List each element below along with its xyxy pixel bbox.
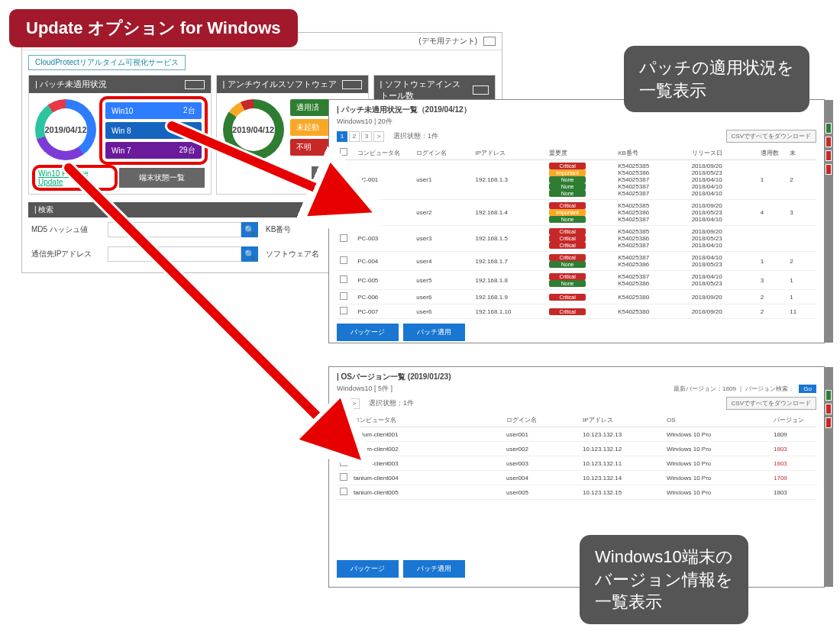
table-row[interactable]: PC-006user6192.168.1.9 CriticalK54025380…: [337, 290, 816, 304]
table-row[interactable]: PC-005user5192.168.1.8 CriticalNoneK5402…: [337, 271, 816, 290]
col-ver: バージョン: [771, 413, 816, 427]
col-a: 適用数: [758, 146, 787, 160]
version-list-window: | OSバージョン一覧 (2019/01/23) Windows10 [ 5件 …: [328, 366, 825, 588]
card-toggle-icon[interactable]: [185, 80, 205, 89]
stat-win7: Win 729台: [105, 142, 202, 159]
version-list-title: | OSバージョン一覧 (2019/01/23): [337, 372, 816, 382]
patch-table: コンピュータ名 ログイン名 IPアドレス 重要度 KB番号 リリース日 適用数 …: [337, 146, 816, 319]
table-row[interactable]: tanium-client003user00310.123.132.11Wind…: [337, 456, 816, 471]
patch-list-window: | パッチ未適用状況一覧（2019/04/12） Windows10 | 20件…: [328, 99, 825, 343]
selection-count: 選択状態：1件: [369, 398, 414, 408]
row-checkbox[interactable]: [340, 208, 347, 216]
card-toggle-icon[interactable]: [473, 85, 489, 95]
col-sev: 重要度: [546, 146, 615, 160]
label-ip: 通信先IPアドレス: [31, 249, 100, 259]
callout-version-list: Windows10端末の バージョン情報を 一覧表示: [580, 535, 748, 624]
row-checkbox[interactable]: [340, 292, 347, 300]
row-checkbox[interactable]: [340, 444, 347, 452]
av-donut-chart: 2019/04/12: [223, 99, 284, 160]
select-all-checkbox[interactable]: [340, 148, 347, 156]
card-toggle-icon[interactable]: [342, 80, 362, 89]
stat-win8: Win 830台: [105, 122, 202, 139]
btn-apply-patch[interactable]: パッチ適用: [403, 560, 465, 578]
row-checkbox[interactable]: [340, 275, 347, 283]
input-md5[interactable]: [108, 222, 241, 237]
row-checkbox[interactable]: [340, 459, 347, 466]
col-user: ログイン名: [503, 413, 580, 427]
btn-csv-download[interactable]: CSVですべてをダウンロード: [726, 397, 816, 410]
pager[interactable]: 1>: [337, 398, 360, 409]
stat-win10: Win102台: [105, 102, 202, 119]
col-rel: リリース日: [689, 146, 758, 160]
row-checkbox[interactable]: [340, 176, 347, 183]
version-table: コンピュータ名 ログイン名 IPアドレス OS バージョン tanium-cli…: [337, 413, 816, 500]
label-sw: ソフトウェア名: [266, 249, 334, 259]
card-title: | ソフトウェアインストール数: [380, 79, 469, 101]
tenant-label: (デモ用テナント): [418, 36, 477, 47]
menu-icon[interactable]: [483, 37, 496, 46]
col-pc: コンピュータ名: [354, 146, 413, 160]
col-user: ログイン名: [413, 146, 472, 160]
select-all-checkbox[interactable]: [340, 415, 347, 423]
card-title: | パッチ未適用状況: [35, 79, 107, 90]
col-ip: IPアドレス: [580, 413, 664, 427]
search-icon[interactable]: 🔍: [241, 246, 258, 262]
col-ip: IPアドレス: [473, 146, 547, 160]
os-filter: Windows10 [ 5件 ]: [337, 384, 393, 394]
row-checkbox[interactable]: [340, 256, 347, 264]
btn-device-status-list[interactable]: 端末状態一覧: [119, 168, 205, 188]
selection-count: 選択状態：1件: [393, 131, 438, 141]
version-search-go[interactable]: Go: [799, 385, 816, 393]
table-row[interactable]: PC-001user1192.168.1.3 CriticalImportant…: [337, 160, 816, 200]
row-checkbox[interactable]: [340, 488, 347, 495]
table-row[interactable]: PC-004user4192.168.1.7 CriticalNoneK5402…: [337, 252, 816, 271]
label-kb: KB番号: [266, 224, 334, 235]
col-b: 未: [787, 146, 816, 160]
search-icon[interactable]: 🔍: [241, 222, 258, 237]
table-row[interactable]: tanium-client002user00210.123.132.12Wind…: [337, 442, 816, 456]
pager[interactable]: 123>: [337, 131, 384, 142]
btn-package[interactable]: パッケージ: [337, 560, 399, 578]
table-row[interactable]: tanium-client005user00510.123.132.15Wind…: [337, 485, 816, 500]
patch-donut-chart: 2019/04/12: [35, 99, 96, 160]
table-row[interactable]: PC-007user6192.168.1.10 CriticalK5402538…: [337, 304, 816, 319]
card-title: | アンチウイルスソフトウェア: [223, 79, 337, 90]
table-row[interactable]: tanium-client001user00110.123.132.13Wind…: [337, 427, 816, 442]
card-patch-status: | パッチ未適用状況 2019/04/12 Win102台 Win 830台 W…: [28, 75, 212, 195]
row-checkbox[interactable]: [340, 473, 347, 481]
btn-package[interactable]: パッケージ: [337, 324, 399, 341]
input-ip[interactable]: [108, 246, 241, 262]
col-pc: コンピュータ名: [351, 413, 503, 427]
feature-ribbon: Update オプション for Windows: [9, 9, 298, 47]
btn-apply-patch[interactable]: パッチ適用: [403, 324, 465, 341]
table-row[interactable]: tanium-client004user00410.123.132.14Wind…: [337, 471, 816, 485]
row-checkbox[interactable]: [340, 307, 347, 314]
patch-os-breakdown: Win102台 Win 830台 Win 729台: [102, 99, 205, 162]
col-os: OS: [664, 413, 771, 427]
btn-csv-download[interactable]: CSVですべてをダウンロード: [726, 130, 816, 143]
service-tag: CloudProtectリアルタイム可視化サービス: [28, 55, 186, 70]
table-row[interactable]: PC-003user3192.168.1.5 CriticalCriticalC…: [337, 226, 816, 252]
os-filter: Windows10 | 20件: [337, 117, 393, 127]
label-md5: MD5 ハッシュ値: [31, 224, 100, 235]
table-row[interactable]: PC-002user2192.168.1.4 CriticalImportant…: [337, 200, 816, 226]
col-kb: KB番号: [615, 146, 689, 160]
callout-patch-list: パッチの適用状況を 一覧表示: [624, 46, 809, 112]
link-win10-feature-update[interactable]: Win10 Feature Update: [35, 168, 115, 188]
latest-version-label: 最新バージョン：1809 ｜ バージョン検索：: [674, 385, 794, 393]
row-checkbox[interactable]: [340, 234, 347, 242]
row-checkbox[interactable]: [340, 430, 347, 437]
